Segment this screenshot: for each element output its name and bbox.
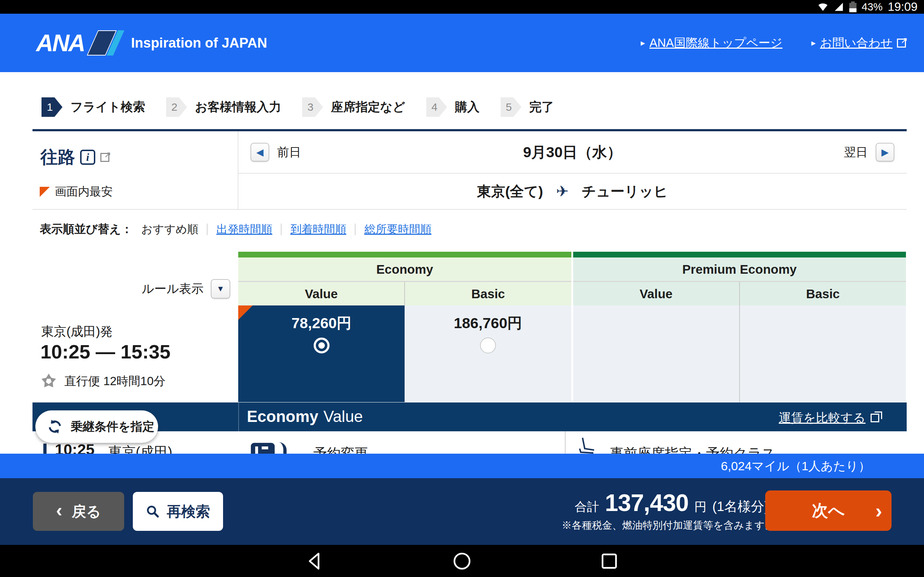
research-button-label: 再検索 xyxy=(167,501,210,521)
android-status-bar: 43% 19:09 xyxy=(0,0,924,14)
selected-cabin: Economy xyxy=(247,408,318,425)
chevron-left-icon: ‹ xyxy=(56,500,62,521)
premium-economy-color-bar xyxy=(573,252,906,258)
android-recents-button[interactable] xyxy=(599,551,619,571)
status-time: 19:09 xyxy=(888,0,918,14)
next-day-button[interactable]: ▶ xyxy=(876,143,894,161)
step-badge-3: 3 xyxy=(302,97,323,117)
prev-day-button[interactable]: ◀ xyxy=(250,143,269,161)
footer-action-bar: ‹ 戻る 再検索 合計 137,430 円 (1名様分) ※各種税金、燃油特別付… xyxy=(0,478,924,545)
advance-seat-label: 事前座席指定・予約クラス xyxy=(610,444,775,454)
next-button-label: 次へ xyxy=(812,500,845,521)
prev-day-label[interactable]: 前日 xyxy=(277,144,301,161)
external-link-icon: ↗ xyxy=(100,153,109,162)
research-button[interactable]: 再検索 xyxy=(133,492,223,531)
fare-table: Economy Value Basic 78,260円 186,760円 Pre… xyxy=(238,252,906,402)
next-button[interactable]: 次へ › xyxy=(765,490,892,531)
rules-label: ルール表示 xyxy=(142,280,204,297)
brand-tagline: Inspiration of JAPAN xyxy=(131,35,267,51)
link-contact[interactable]: ▸ お問い合わせ ↗ xyxy=(811,35,906,51)
sort-option-departure-time[interactable]: 出発時間順 xyxy=(216,222,272,237)
fare-header-premium-value: Value xyxy=(573,282,739,305)
route-display: 東京(全て) ✈ チューリッヒ xyxy=(238,173,907,209)
progress-steps: 1 フライト検索 2 お客様情報入力 3 座席指定など 4 購入 5 完了 xyxy=(42,97,554,117)
price-economy-basic: 186,760円 xyxy=(454,313,522,333)
step-label-passenger-info: お客様情報入力 xyxy=(195,99,281,115)
journey-right-panel: ◀ 前日 9月30日（水） 翌日 ▶ 東京(全て) ✈ チューリッヒ xyxy=(238,131,907,209)
android-home-button[interactable] xyxy=(452,551,472,571)
fare-cell-premium-basic xyxy=(739,305,906,402)
radio-economy-basic[interactable] xyxy=(480,338,496,353)
step-complete: 5 完了 xyxy=(501,97,554,117)
total-currency: 円 xyxy=(695,499,707,515)
current-date: 9月30日（水） xyxy=(523,142,622,162)
sort-separator xyxy=(355,224,355,235)
economy-color-bar xyxy=(238,252,571,258)
header-links: ▸ ANA国際線トップページ ▸ お問い合わせ ↗ xyxy=(641,14,906,72)
tax-note: ※各種税金、燃油特別付加運賃等を含みます。 xyxy=(562,519,775,532)
step-label-seat-selection: 座席指定など xyxy=(331,99,405,115)
timeline-bar xyxy=(43,443,47,454)
sort-separator xyxy=(207,224,208,235)
step-badge-2: 2 xyxy=(166,97,187,117)
step-badge-4: 4 xyxy=(426,97,447,117)
total-label: 合計 xyxy=(575,499,599,515)
back-button[interactable]: ‹ 戻る xyxy=(33,492,124,531)
flight-duration: 直行便 12時間10分 xyxy=(64,373,166,390)
fare-header-economy-basic: Basic xyxy=(404,282,571,305)
flight-detail-row[interactable]: 10:25 東京(成田) 予約変更 事前座席指定・予約クラス xyxy=(32,431,907,454)
rules-dropdown-button[interactable]: ▼ xyxy=(211,279,230,298)
seat-icon xyxy=(577,437,598,454)
sort-option-arrival-time[interactable]: 到着時間順 xyxy=(290,222,346,237)
mileage-bar: 6,024マイル（1人あたり） xyxy=(0,454,924,478)
fare-header-premium-basic: Basic xyxy=(739,282,906,305)
battery-icon xyxy=(849,3,856,12)
radio-economy-value[interactable] xyxy=(313,338,330,353)
per-person-note: (1名様分) xyxy=(712,498,769,516)
journey-direction-title: 往路 xyxy=(40,146,75,169)
origin-city: 東京(全て) xyxy=(477,182,543,201)
step-badge-5: 5 xyxy=(501,97,522,117)
android-back-button[interactable] xyxy=(305,551,325,571)
flight-duration-row: 直行便 12時間10分 xyxy=(40,373,166,390)
transfer-condition-label: 乗継条件を指定 xyxy=(71,419,155,435)
lowest-price-flag-icon xyxy=(40,187,50,197)
fare-header-economy-value: Value xyxy=(238,282,404,305)
destination-city: チューリッヒ xyxy=(582,182,668,201)
back-button-label: 戻る xyxy=(72,501,101,521)
ana-logo[interactable]: ANA xyxy=(36,29,119,56)
android-nav-bar xyxy=(0,545,924,577)
step-seat-selection: 3 座席指定など xyxy=(302,97,405,117)
next-day-label[interactable]: 翌日 xyxy=(844,144,868,161)
total-amount: 137,430 xyxy=(605,489,689,516)
fare-cell-economy-basic[interactable]: 186,760円 xyxy=(405,305,571,402)
chevron-right-icon: › xyxy=(875,499,882,522)
compare-fares-link[interactable]: 運賃を比較する xyxy=(779,410,879,426)
sort-option-total-duration[interactable]: 総所要時間順 xyxy=(364,222,431,237)
booking-change-label: 予約変更 xyxy=(313,444,368,454)
lowest-price-label: 画面内最安 xyxy=(55,184,113,200)
fare-cell-economy-value[interactable]: 78,260円 xyxy=(238,305,405,402)
link-label: ANA国際線トップページ xyxy=(649,35,782,51)
link-ana-international-top[interactable]: ▸ ANA国際線トップページ xyxy=(641,35,782,51)
link-label: お問い合わせ xyxy=(820,35,893,51)
chevron-down-icon: ▼ xyxy=(216,284,225,293)
step-flight-search: 1 フライト検索 xyxy=(42,97,145,117)
total-price-line: 合計 137,430 円 (1名様分) xyxy=(575,489,769,516)
rules-toggle-row: ルール表示 ▼ xyxy=(32,279,230,298)
transfer-condition-button[interactable]: 乗継条件を指定 xyxy=(36,410,158,443)
journey-left-panel: 往路 i ↗ 画面内最安 xyxy=(32,131,238,209)
link-bullet-icon: ▸ xyxy=(811,38,816,48)
compare-window-icon xyxy=(871,414,879,422)
lowest-price-legend: 画面内最安 xyxy=(40,184,113,200)
step-label-purchase: 購入 xyxy=(455,99,480,115)
sort-label: 表示順並び替え： xyxy=(40,221,133,237)
step-passenger-info: 2 お客様情報入力 xyxy=(166,97,281,117)
departure-airport: 東京(成田)発 xyxy=(41,323,113,340)
cabin-header-economy: Economy xyxy=(238,258,571,281)
sort-option-recommended: おすすめ順 xyxy=(142,222,199,237)
info-icon[interactable]: i xyxy=(80,150,95,165)
flight-times: 10:25 — 15:35 xyxy=(40,340,170,363)
step-purchase: 4 購入 xyxy=(426,97,480,117)
app-header: ANA Inspiration of JAPAN ▸ ANA国際線トップページ … xyxy=(0,14,924,72)
